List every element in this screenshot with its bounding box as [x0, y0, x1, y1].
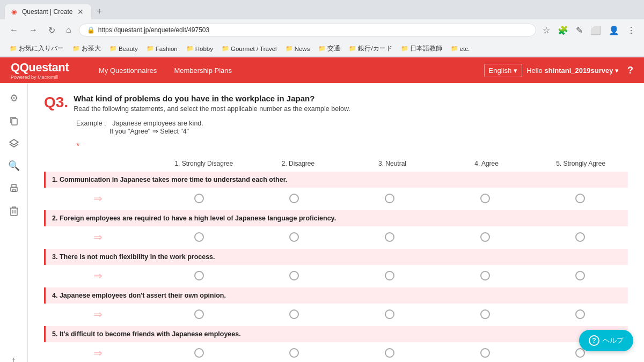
bookmark-item[interactable]: 📁 Beauty	[106, 44, 141, 53]
radio-cell-3-3[interactable]	[342, 271, 437, 280]
header-right: English ▾ Hello shintani_2019survey ▾ ?	[484, 64, 633, 77]
radio-4-2[interactable]	[289, 309, 299, 319]
radio-4-3[interactable]	[385, 309, 394, 319]
radio-cell-5-2[interactable]	[247, 348, 342, 358]
radio-cell-2-1[interactable]	[151, 232, 247, 242]
bookmark-item[interactable]: 📁 News	[282, 44, 313, 53]
sidebar-trash-icon[interactable]	[4, 201, 24, 220]
radio-1-1[interactable]	[194, 194, 204, 203]
help-button[interactable]: ?	[627, 65, 633, 76]
menu-button[interactable]: ⋮	[625, 23, 638, 38]
sidebar-up-icon[interactable]: ↑	[4, 351, 24, 362]
radio-3-1[interactable]	[194, 271, 204, 280]
radio-cell-2-3[interactable]	[342, 232, 437, 242]
radio-1-4[interactable]	[480, 194, 490, 203]
back-button[interactable]: ←	[6, 24, 21, 36]
bookmark-item[interactable]: 📁 日本語教師	[398, 43, 445, 54]
radio-2-1[interactable]	[194, 232, 204, 242]
example-text: Japanese employees are kind.	[112, 120, 203, 127]
radio-2-3[interactable]	[385, 232, 394, 242]
radio-cell-4-3[interactable]	[342, 309, 437, 319]
radio-4-4[interactable]	[480, 309, 490, 319]
radio-cell-2-4[interactable]	[437, 232, 533, 242]
radio-cell-4-2[interactable]	[247, 309, 342, 319]
radio-cell-3-5[interactable]	[532, 271, 628, 280]
radio-3-2[interactable]	[289, 271, 299, 280]
radio-5-2[interactable]	[289, 348, 299, 358]
radio-cell-2-5[interactable]	[532, 232, 628, 242]
language-selector[interactable]: English ▾	[484, 64, 523, 77]
profile-button[interactable]: 👤	[606, 23, 621, 38]
screenshot-button[interactable]: ⬜	[588, 23, 603, 38]
help-circle-icon: ?	[589, 335, 599, 346]
sidebar-copy-icon[interactable]	[4, 111, 24, 130]
bookmark-label: Beauty	[119, 46, 138, 52]
radio-5-3[interactable]	[385, 348, 394, 358]
radio-cell-5-4[interactable]	[437, 348, 533, 358]
bookmark-folder-icon: 📁	[286, 45, 293, 52]
radio-cell-4-4[interactable]	[437, 309, 533, 319]
radio-cell-1-3[interactable]	[342, 194, 437, 203]
radio-cell-1-4[interactable]	[437, 194, 533, 203]
sidebar-layers-icon[interactable]	[4, 134, 24, 153]
radio-2-5[interactable]	[575, 232, 585, 242]
home-button[interactable]: ⌂	[63, 24, 75, 36]
sidebar-settings-icon[interactable]: ⚙	[4, 88, 24, 108]
nav-membership-plans[interactable]: Membership Plans	[165, 57, 240, 83]
main-layout: ⚙ 🔍	[0, 83, 644, 362]
star-button[interactable]: ☆	[540, 23, 552, 38]
radio-4-1[interactable]	[194, 309, 204, 319]
help-float-button[interactable]: ? ヘルプ	[579, 330, 633, 351]
logo-uestant: Questant	[20, 61, 69, 74]
radio-3-3[interactable]	[385, 271, 394, 280]
tab-close-button[interactable]: ✕	[76, 8, 85, 16]
svg-rect-2	[11, 187, 17, 191]
radio-cell-4-1[interactable]	[151, 309, 247, 319]
url-text: https://questant.jp/enquete/edit/497503	[98, 26, 210, 34]
radio-row-3: ⇒	[44, 265, 628, 286]
bookmark-item[interactable]: 📁 Fashion	[143, 44, 181, 53]
radio-cell-1-2[interactable]	[247, 194, 342, 203]
radio-cell-1-5[interactable]	[532, 194, 628, 203]
new-tab-button[interactable]: +	[92, 3, 107, 19]
statement-label-4: 4. Japanese employees don't assert their…	[44, 287, 628, 304]
radio-5-1[interactable]	[194, 348, 204, 358]
radio-1-3[interactable]	[385, 194, 394, 203]
reload-button[interactable]: ↻	[45, 24, 58, 36]
scale-label-5: 5. Strongly Agree	[533, 160, 628, 167]
sidebar-print-icon[interactable]	[4, 179, 24, 198]
bookmark-item[interactable]: 📁 交通	[315, 43, 343, 54]
radio-cell-3-2[interactable]	[247, 271, 342, 280]
bookmark-item[interactable]: 📁 お気に入りバー	[6, 43, 67, 54]
bookmark-item[interactable]: 📁 Hobby	[183, 44, 216, 53]
radio-cell-1-1[interactable]	[151, 194, 247, 203]
active-tab[interactable]: ◉ Questant | Create ✕	[4, 4, 92, 19]
forward-button[interactable]: →	[26, 24, 41, 36]
radio-cell-4-5[interactable]	[532, 309, 628, 319]
radio-1-2[interactable]	[289, 194, 299, 203]
url-bar[interactable]: 🔒 https://questant.jp/enquete/edit/49750…	[79, 24, 536, 36]
radio-3-5[interactable]	[575, 271, 585, 280]
logo-q: Q	[11, 61, 20, 74]
bookmark-item[interactable]: 📁 銀行/カード	[346, 43, 395, 54]
radio-4-5[interactable]	[575, 309, 585, 319]
extension-button[interactable]: 🧩	[555, 23, 570, 38]
radio-cell-5-3[interactable]	[342, 348, 437, 358]
sidebar-search-icon[interactable]: 🔍	[4, 156, 24, 175]
logo-text: QQuestant	[11, 61, 69, 75]
bookmark-item[interactable]: 📁 Gourmet / Travel	[218, 44, 280, 53]
matrix-header: 1. Strongly Disagree 2. Disagree 3. Neut…	[44, 160, 628, 167]
bookmark-item[interactable]: 📁 etc.	[448, 44, 473, 53]
bookmark-item[interactable]: 📁 お茶大	[69, 43, 104, 54]
radio-3-4[interactable]	[480, 271, 490, 280]
radio-cell-3-4[interactable]	[437, 271, 533, 280]
radio-cell-3-1[interactable]	[151, 271, 247, 280]
radio-cell-5-1[interactable]	[151, 348, 247, 358]
radio-2-2[interactable]	[289, 232, 299, 242]
edit-button[interactable]: ✎	[574, 23, 585, 38]
radio-1-5[interactable]	[575, 194, 585, 203]
radio-2-4[interactable]	[480, 232, 490, 242]
nav-my-questionnaires[interactable]: My Questionnaires	[90, 57, 165, 83]
radio-cell-2-2[interactable]	[247, 232, 342, 242]
radio-5-4[interactable]	[480, 348, 490, 358]
